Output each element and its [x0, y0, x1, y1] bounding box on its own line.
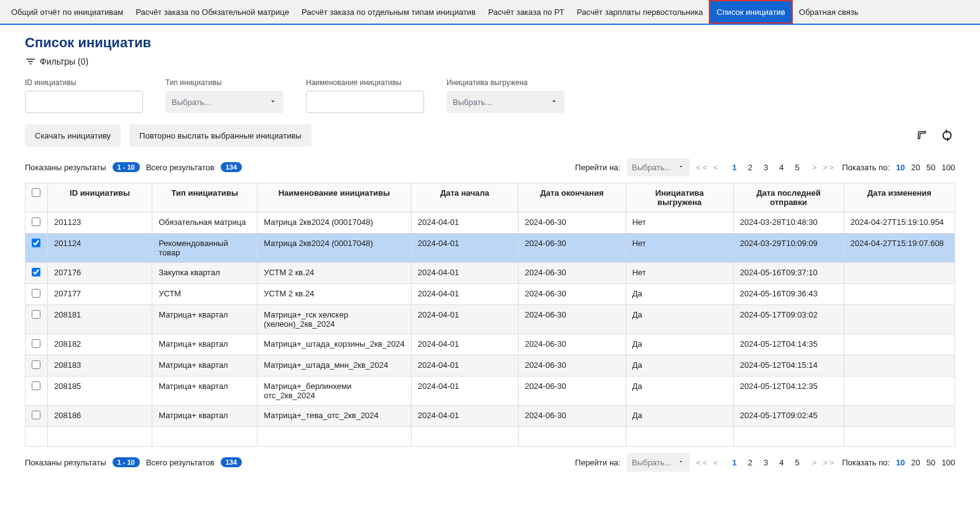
cell-end: 2024-06-30 — [518, 284, 626, 305]
cell-end: 2024-06-30 — [518, 377, 626, 406]
table-row[interactable]: 208182Матрица+ кварталМатрица+_штада_кор… — [25, 334, 955, 355]
filters-toggle[interactable]: Фильтры (0) — [25, 56, 955, 67]
show-20[interactable]: 20 — [911, 163, 920, 172]
nav-item-0[interactable]: Общий отчёт по инициативам — [5, 0, 129, 24]
page-5[interactable]: 5 — [795, 458, 800, 467]
row-checkbox[interactable] — [32, 268, 40, 276]
table-row[interactable]: 201123Обязательная матрицаМатрица 2кв202… — [25, 212, 955, 234]
th-exported[interactable]: Инициатива выгружена — [626, 183, 733, 212]
total-label: Всего результатов — [146, 163, 215, 172]
show-50[interactable]: 50 — [927, 458, 935, 467]
row-checkbox[interactable] — [32, 239, 40, 247]
show-100[interactable]: 100 — [941, 163, 955, 172]
row-checkbox[interactable] — [32, 360, 40, 369]
goto-select[interactable]: Выбрать... — [627, 453, 690, 472]
pager-next[interactable]: > >> — [812, 458, 836, 467]
table-row[interactable]: 208183Матрица+ кварталМатрица+_штада_мнн… — [25, 355, 955, 377]
type-filter-select[interactable]: Выбрать... — [165, 91, 284, 113]
page-3[interactable]: 3 — [764, 458, 768, 467]
shown-badge: 1 - 10 — [113, 162, 140, 172]
row-checkbox[interactable] — [32, 217, 40, 226]
cell-id: 208183 — [47, 355, 152, 377]
page-1[interactable]: 1 — [733, 163, 737, 172]
cell-id: 208181 — [47, 305, 152, 334]
select-all-checkbox[interactable] — [32, 188, 40, 197]
cell-exported: Да — [626, 355, 733, 377]
th-last-sent[interactable]: Дата последней отправки — [733, 183, 844, 212]
cell-modified — [844, 334, 955, 355]
table-row[interactable]: 208185Матрица+ кварталМатрица+_берлинхем… — [25, 377, 955, 406]
cell-name: Матрица+_гск хелскер (хелеон)_2кв_2024 — [257, 305, 411, 334]
refresh-icon[interactable] — [939, 127, 955, 144]
table-row[interactable]: 207176Закупка кварталУСТМ 2 кв.242024-04… — [25, 263, 955, 284]
show-100[interactable]: 100 — [941, 458, 955, 467]
nav-item-2[interactable]: Расчёт заказа по отдельным типам инициат… — [295, 0, 482, 24]
nav-item-1[interactable]: Расчёт заказа по Обязательной матрице — [129, 0, 295, 24]
cell-exported: Да — [626, 377, 733, 406]
page-4[interactable]: 4 — [779, 163, 784, 172]
cell-modified — [844, 263, 955, 284]
th-end[interactable]: Дата окончания — [518, 183, 626, 212]
table-row[interactable]: 208181Матрица+ кварталМатрица+_гск хелск… — [25, 305, 955, 334]
cell-type: УСТМ — [152, 284, 257, 305]
nav-item-6[interactable]: Обратная связь — [793, 0, 865, 24]
cell-modified: 2024-04-27T15:19:10.954 — [844, 212, 955, 234]
page-1[interactable]: 1 — [733, 458, 737, 467]
cell-last_sent: 2024-05-12T04:14:35 — [733, 334, 844, 355]
row-checkbox[interactable] — [32, 411, 40, 419]
cell-modified — [844, 305, 955, 334]
cell-type: Обязательная матрица — [152, 212, 257, 234]
show-10[interactable]: 10 — [896, 458, 905, 467]
resend-button[interactable]: Повторно выслать выбранные инициативы — [129, 124, 312, 147]
pager-next[interactable]: > >> — [812, 163, 836, 172]
chevron-down-icon — [677, 458, 685, 467]
nav-item-3[interactable]: Расчёт заказа по РТ — [482, 0, 570, 24]
pager-prev[interactable]: << < — [696, 163, 719, 172]
table-row[interactable]: 207177УСТМУСТМ 2 кв.242024-04-012024-06-… — [25, 284, 955, 305]
goto-select[interactable]: Выбрать... — [627, 158, 690, 176]
table-row[interactable]: 201124Рекомендованный товарМатрица 2кв20… — [25, 234, 955, 263]
page-2[interactable]: 2 — [748, 163, 752, 172]
row-checkbox[interactable] — [32, 381, 40, 390]
tag-icon[interactable] — [914, 127, 930, 144]
nav-item-4[interactable]: Расчёт зарплаты первостольника — [570, 0, 709, 24]
show-50[interactable]: 50 — [927, 163, 935, 172]
th-type[interactable]: Тип инициативы — [152, 183, 257, 212]
exported-filter-select[interactable]: Выбрать... — [446, 91, 565, 113]
row-checkbox[interactable] — [32, 310, 40, 319]
cell-start: 2024-04-01 — [411, 355, 518, 377]
cell-end: 2024-06-30 — [518, 212, 626, 234]
nav-item-5[interactable]: Список инициатив — [709, 0, 792, 24]
pager-prev[interactable]: << < — [696, 458, 719, 467]
row-checkbox[interactable] — [32, 339, 40, 348]
page-3[interactable]: 3 — [764, 163, 768, 172]
page-5[interactable]: 5 — [795, 163, 800, 172]
exported-filter-placeholder: Выбрать... — [453, 98, 492, 107]
page-2[interactable]: 2 — [748, 458, 752, 467]
cell-type: Матрица+ квартал — [152, 355, 257, 377]
top-nav: Общий отчёт по инициативамРасчёт заказа … — [0, 0, 980, 25]
name-filter-label: Наименование инициативы — [306, 78, 424, 87]
cell-end: 2024-06-30 — [518, 234, 626, 263]
cell-last_sent: 2024-05-12T04:15:14 — [733, 355, 844, 377]
cell-name: Матрица 2кв2024 (00017048) — [257, 212, 411, 234]
th-start[interactable]: Дата начала — [411, 183, 518, 212]
page-title: Список инициатив — [25, 35, 955, 51]
table-row[interactable]: 208186Матрица+ кварталМатрица+_тева_отс_… — [25, 406, 955, 427]
row-checkbox[interactable] — [32, 289, 40, 298]
cell-type: Закупка квартал — [152, 263, 257, 284]
id-filter-input[interactable] — [25, 91, 143, 113]
cell-name: Матрица+_штада_мнн_2кв_2024 — [257, 355, 411, 377]
cell-exported: Да — [626, 334, 733, 355]
page-4[interactable]: 4 — [779, 458, 784, 467]
download-button[interactable]: Скачать инициативу — [25, 124, 121, 147]
cell-type: Матрица+ квартал — [152, 377, 257, 406]
th-id[interactable]: ID инициативы — [47, 183, 152, 212]
show-20[interactable]: 20 — [911, 458, 920, 467]
name-filter-input[interactable] — [306, 91, 424, 113]
cell-last_sent: 2024-05-17T09:03:02 — [733, 305, 844, 334]
th-modified[interactable]: Дата изменения — [844, 183, 955, 212]
show-10[interactable]: 10 — [896, 163, 905, 172]
th-name[interactable]: Наименование инициативы — [257, 183, 411, 212]
cell-type: Рекомендованный товар — [152, 234, 257, 263]
